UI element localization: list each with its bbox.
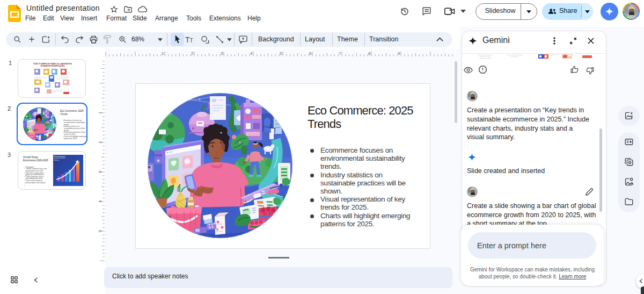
svg-text:2: 2: [98, 141, 103, 144]
svg-text:5: 5: [98, 230, 103, 232]
svg-text:4: 4: [250, 51, 253, 56]
svg-text:7: 7: [339, 51, 341, 56]
svg-text:3: 3: [98, 171, 103, 173]
svg-text:1: 1: [162, 51, 164, 56]
svg-text:3: 3: [221, 51, 223, 56]
svg-text:2: 2: [191, 51, 194, 56]
svg-text:5: 5: [280, 51, 282, 56]
svg-text:9: 9: [398, 51, 400, 56]
svg-text:4: 4: [98, 200, 103, 203]
svg-text:8: 8: [368, 51, 371, 56]
svg-text:1: 1: [98, 112, 103, 114]
svg-text:6: 6: [309, 51, 312, 56]
